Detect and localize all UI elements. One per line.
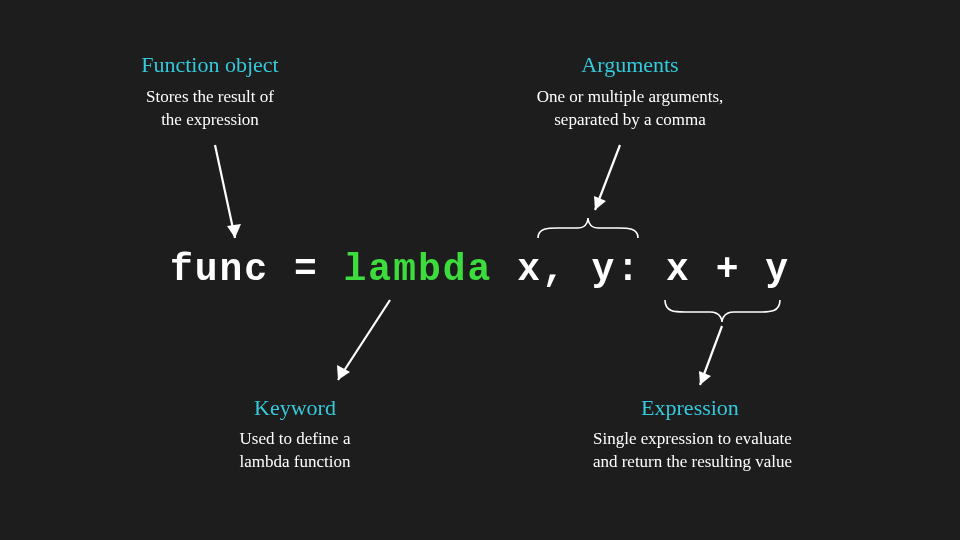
diagram-stage: func = lambda x, y: x + y Function objec… (0, 0, 960, 540)
code-space (492, 248, 517, 291)
svg-marker-1 (227, 224, 241, 238)
label-function-object: Function object (110, 52, 310, 78)
brace-expression (665, 300, 780, 322)
label-arguments: Arguments (510, 52, 750, 78)
arrow-keyword (337, 300, 390, 380)
code-line: func = lambda x, y: x + y (0, 248, 960, 291)
label-expression: Expression (580, 395, 800, 421)
arrow-expression (699, 326, 722, 385)
svg-line-2 (595, 145, 620, 210)
code-func: func (170, 248, 269, 291)
arrow-function-object (215, 145, 241, 238)
code-colon: : (616, 248, 666, 291)
svg-line-6 (700, 326, 722, 385)
arrow-arguments (594, 145, 620, 210)
code-expr: x + y (666, 248, 790, 291)
desc-arguments: One or multiple arguments, separated by … (490, 86, 770, 132)
svg-marker-5 (337, 365, 350, 380)
desc-function-object: Stores the result of the expression (100, 86, 320, 132)
code-lambda-keyword: lambda (344, 248, 493, 291)
svg-marker-7 (699, 371, 711, 385)
desc-expression: Single expression to evaluate and return… (555, 428, 830, 474)
svg-line-0 (215, 145, 235, 238)
brace-arguments (538, 218, 638, 238)
svg-line-4 (338, 300, 390, 380)
code-equals: = (269, 248, 343, 291)
svg-marker-3 (594, 196, 606, 210)
code-args: x, y (517, 248, 616, 291)
label-keyword: Keyword (215, 395, 375, 421)
desc-keyword: Used to define a lambda function (190, 428, 400, 474)
